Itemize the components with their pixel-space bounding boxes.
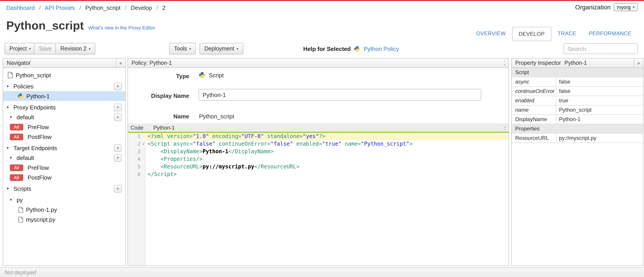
chevron-down-icon[interactable]: ▾: [7, 186, 11, 191]
python-policy-help-link[interactable]: Python Policy: [364, 45, 399, 52]
code-panel-collapse-icon[interactable]: ⌄ ⌄: [504, 125, 506, 130]
property-value[interactable]: Python_script: [556, 105, 643, 114]
code-line[interactable]: 2▾<Script async="false" continueOnError=…: [128, 140, 508, 148]
app-window: Dashboard / API Proxies / Python_script …: [0, 0, 644, 277]
inspector-row-resourceurl: ResourceURL py://myscript.py: [512, 134, 643, 143]
tab-performance[interactable]: PERFORMANCE: [582, 27, 638, 41]
tab-overview[interactable]: OVERVIEW: [470, 27, 512, 41]
property-inspector-header: Property Inspector Python-1 »: [512, 58, 643, 68]
navigator-header: Navigator «: [3, 58, 125, 68]
tree-section-label: Target Endpoints: [14, 145, 57, 151]
inspector-section-label: Script: [512, 68, 529, 77]
breadcrumb: Dashboard / API Proxies / Python_script …: [6, 4, 166, 11]
property-name: async: [512, 77, 556, 86]
policy-panel-header: Policy: Python-1 ⌃ ⌄: [128, 58, 508, 68]
caret-down-icon: ▾: [633, 5, 634, 9]
collapse-panel-icon[interactable]: «: [116, 58, 125, 67]
add-target-endpoint-button[interactable]: +: [114, 144, 122, 152]
chevron-down-icon[interactable]: ▾: [10, 198, 14, 202]
search-input[interactable]: [564, 43, 638, 54]
chevron-down-icon[interactable]: ▾: [10, 115, 14, 119]
property-value[interactable]: false: [556, 77, 643, 86]
caret-down-icon: ▾: [89, 47, 90, 51]
display-name-input[interactable]: [198, 89, 481, 100]
whats-new-link[interactable]: What's new in the Proxy Editor: [88, 25, 155, 32]
tree-item-label: Python-1.py: [26, 206, 57, 213]
tab-trace[interactable]: TRACE: [552, 27, 582, 41]
code-line[interactable]: 6</Script>: [128, 171, 508, 178]
add-policy-button[interactable]: +: [114, 82, 122, 90]
chevron-down-icon[interactable]: ▾: [7, 105, 11, 109]
revision-button[interactable]: Revision 2 ▾: [56, 43, 96, 54]
chevron-down-icon[interactable]: ▾: [10, 155, 14, 160]
tools-button-label: Tools: [174, 45, 187, 52]
add-flow-button[interactable]: +: [114, 154, 122, 162]
tree-item-target-postflow[interactable]: All PostFlow: [3, 172, 125, 182]
code-line[interactable]: 4 <Properties/>: [128, 155, 508, 163]
tree-item-proxy-root[interactable]: Python_script: [3, 70, 125, 80]
code-line[interactable]: 1<?xml version="1.0" encoding="UTF-8" st…: [128, 133, 508, 140]
line-number: 6: [128, 171, 145, 178]
inspector-row-async: async false: [512, 77, 643, 87]
help-for-selected-label: Help for Selected: [303, 45, 350, 52]
tree-item-label: PreFlow: [28, 164, 49, 171]
property-inspector-title: Property Inspector: [512, 60, 561, 66]
tree-section-policies[interactable]: ▾ Policies +: [3, 81, 125, 91]
tree-item-target-endpoint-default[interactable]: ▾ default +: [3, 153, 125, 163]
save-button[interactable]: Save: [34, 43, 56, 54]
tab-develop[interactable]: DEVELOP: [512, 27, 551, 41]
property-value[interactable]: Python-1: [556, 115, 643, 124]
property-value[interactable]: false: [556, 87, 643, 96]
code-line-text: <DisplayName>Python-1</DisplayName>: [145, 148, 508, 155]
organization-area: Organization myorg ▾: [575, 3, 638, 11]
tree-item-target-preflow[interactable]: All PreFlow: [3, 163, 125, 172]
deployment-status-text: Not deployed: [4, 269, 36, 276]
inspector-section-properties: Properties: [512, 124, 643, 134]
project-button[interactable]: Project ▾: [4, 43, 36, 54]
all-flows-badge: All: [10, 133, 23, 140]
breadcrumb-separator: /: [39, 4, 40, 11]
chevron-down-icon[interactable]: ▾: [7, 146, 11, 150]
fold-caret-icon[interactable]: ▾: [142, 140, 144, 148]
document-icon: [8, 72, 13, 78]
tree-section-target-endpoints[interactable]: ▾ Target Endpoints +: [3, 143, 125, 153]
property-value[interactable]: true: [556, 96, 643, 105]
property-name: name: [512, 105, 556, 114]
line-number: 1: [128, 133, 145, 140]
breadcrumb-api-proxies-link[interactable]: API Proxies: [45, 4, 75, 11]
tree-item-proxy-endpoint-default[interactable]: ▾ default +: [3, 112, 125, 122]
tree-item-proxy-postflow[interactable]: All PostFlow: [3, 132, 125, 142]
policy-type-value: Script: [198, 71, 224, 79]
inspector-row-displayname: DisplayName Python-1: [512, 115, 643, 124]
tree-item-label: PostFlow: [28, 174, 52, 181]
add-flow-button[interactable]: +: [114, 113, 122, 121]
breadcrumb-dashboard-link[interactable]: Dashboard: [6, 4, 35, 11]
code-editor[interactable]: 1<?xml version="1.0" encoding="UTF-8" st…: [128, 133, 508, 265]
tree-item-policy-python-1[interactable]: Python-1: [3, 91, 125, 101]
tree-item-script-file[interactable]: Python-1.py: [3, 205, 125, 215]
tools-button[interactable]: Tools ▾: [169, 43, 196, 54]
breadcrumb-develop: Develop: [130, 4, 152, 11]
tree-section-label: Scripts: [14, 185, 31, 192]
tree-group-py[interactable]: ▾ py: [3, 195, 125, 205]
organization-select[interactable]: myorg ▾: [614, 3, 638, 11]
caret-down-icon: ▾: [29, 47, 31, 51]
add-script-button[interactable]: +: [114, 185, 122, 192]
panel-resize-icon[interactable]: ⌃ ⌄: [503, 61, 506, 65]
navigator-panel: Navigator « Python_script ▾ Policies + P…: [3, 58, 126, 266]
tree-section-proxy-endpoints[interactable]: ▾ Proxy Endpoints +: [3, 102, 125, 112]
tree-item-script-file[interactable]: myscript.py: [3, 215, 125, 224]
expand-panel-icon[interactable]: »: [634, 58, 643, 67]
tree-item-proxy-preflow[interactable]: All PreFlow: [3, 122, 125, 132]
code-line[interactable]: 3 <DisplayName>Python-1</DisplayName>: [128, 148, 508, 155]
code-line[interactable]: 5 <ResourceURL>py://myscript.py</Resourc…: [128, 163, 508, 171]
status-bar: Not deployed: [0, 267, 644, 277]
deployment-button[interactable]: Deployment ▾: [200, 43, 243, 54]
chevron-down-icon[interactable]: ▾: [7, 84, 11, 88]
property-value[interactable]: py://myscript.py: [556, 134, 643, 143]
navigator-title: Navigator: [3, 60, 31, 66]
add-proxy-endpoint-button[interactable]: +: [114, 103, 122, 111]
title-row: Python_script What's new in the Proxy Ed…: [6, 19, 155, 32]
property-inspector-subtitle: Python-1: [564, 60, 587, 66]
tree-section-scripts[interactable]: ▾ Scripts +: [3, 184, 125, 194]
